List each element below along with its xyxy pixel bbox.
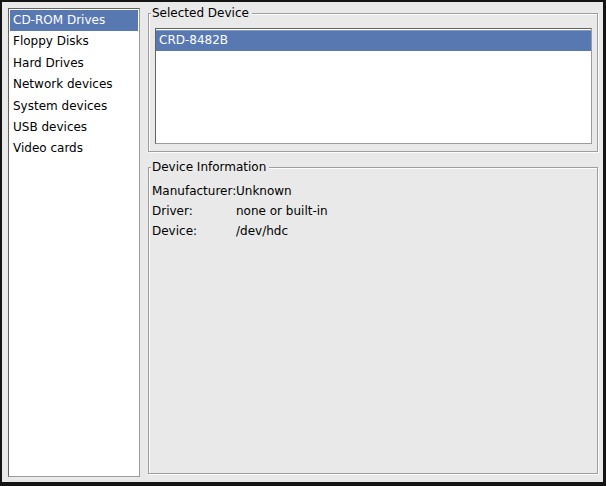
category-list[interactable]: CD-ROM Drives Floppy Disks Hard Drives N… xyxy=(8,8,140,477)
device-info-frame-title: Device Information xyxy=(151,160,269,175)
selected-device-frame-title: Selected Device xyxy=(151,6,252,21)
sidebar-item-video-cards[interactable]: Video cards xyxy=(10,138,138,159)
device-list[interactable]: CRD-8482B xyxy=(155,28,592,144)
info-row-driver: Driver: none or built-in xyxy=(152,201,591,221)
info-value-driver: none or built-in xyxy=(236,201,591,221)
selected-device-frame: Selected Device CRD-8482B xyxy=(148,13,598,152)
device-info-frame: Device Information Manufacturer: Unknown… xyxy=(148,167,598,474)
info-row-device: Device: /dev/hdc xyxy=(152,221,591,241)
sidebar-item-system-devices[interactable]: System devices xyxy=(10,96,138,117)
device-list-item-crd-8482b[interactable]: CRD-8482B xyxy=(156,30,591,51)
hardware-browser-window: CD-ROM Drives Floppy Disks Hard Drives N… xyxy=(0,0,606,486)
info-label-device: Device: xyxy=(152,221,236,241)
info-row-manufacturer: Manufacturer: Unknown xyxy=(152,181,591,201)
info-label-manufacturer: Manufacturer: xyxy=(152,181,236,201)
sidebar-item-cd-rom-drives[interactable]: CD-ROM Drives xyxy=(10,10,138,31)
info-value-manufacturer: Unknown xyxy=(236,181,591,201)
sidebar-item-usb-devices[interactable]: USB devices xyxy=(10,117,138,138)
sidebar-item-network-devices[interactable]: Network devices xyxy=(10,74,138,95)
sidebar-item-floppy-disks[interactable]: Floppy Disks xyxy=(10,31,138,52)
sidebar-item-hard-drives[interactable]: Hard Drives xyxy=(10,53,138,74)
info-value-device: /dev/hdc xyxy=(236,221,591,241)
info-label-driver: Driver: xyxy=(152,201,236,221)
device-info-rows: Manufacturer: Unknown Driver: none or bu… xyxy=(152,181,591,241)
